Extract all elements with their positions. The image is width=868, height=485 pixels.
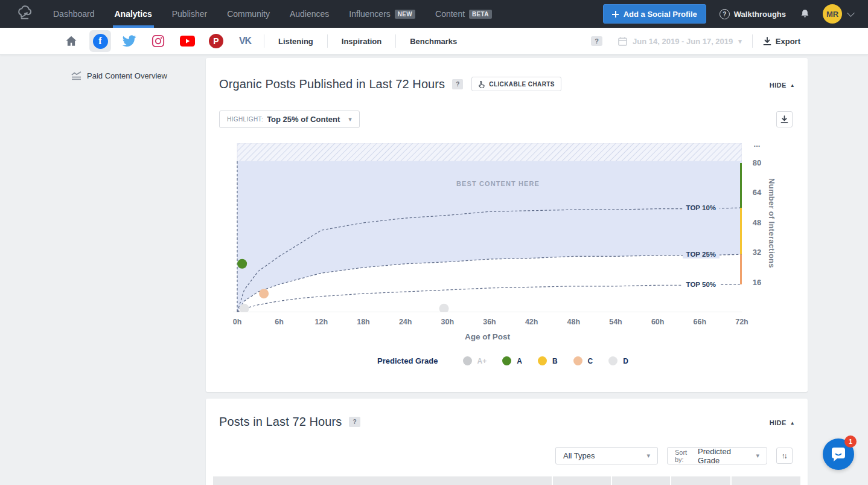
legend-item-a[interactable]: A: [502, 356, 522, 365]
help-badge[interactable]: ?: [591, 36, 602, 46]
legend-item-b[interactable]: B: [538, 356, 558, 365]
x-tick-label: 24h: [392, 318, 419, 326]
grade-legend: Predicted Grade A+ A B C D: [206, 356, 808, 365]
best-content-annotation: BEST CONTENT HERE: [438, 180, 558, 187]
top-50-label: TOP 50%: [683, 280, 720, 289]
x-tick-label: 54h: [602, 318, 629, 326]
date-range-value: Jun 14, 2019 - Jun 17, 2019: [633, 37, 733, 46]
nav-item-publisher[interactable]: Publisher: [172, 0, 207, 28]
twitter-channel-tab[interactable]: [115, 28, 144, 55]
divider: [752, 34, 753, 48]
grade-label: B: [552, 357, 558, 365]
nav-item-analytics[interactable]: Analytics: [115, 0, 152, 28]
top-navigation: Dashboard Analytics Publisher Community …: [0, 0, 868, 28]
grade-swatch: [538, 356, 547, 365]
pinterest-icon: P: [209, 34, 223, 48]
sort-by-value: Predicted Grade: [698, 447, 747, 465]
help-badge[interactable]: ?: [349, 417, 360, 427]
y-tick-label: 64: [747, 188, 767, 197]
table-header-row: [213, 477, 800, 485]
home-icon[interactable]: [57, 28, 86, 55]
table-header-cell: [671, 477, 730, 485]
nav-item-label: Influencers: [349, 9, 390, 19]
post-type-filter[interactable]: All Types ▾: [555, 447, 658, 464]
legend-item-c[interactable]: C: [573, 356, 593, 365]
highlight-dropdown[interactable]: HIGHLIGHT: Top 25% of Content ▾: [219, 111, 360, 128]
y-tick-label: 16: [747, 278, 767, 287]
caret-down-icon: ▾: [348, 115, 352, 123]
facebook-icon: f: [93, 34, 108, 49]
page-title: Organic Posts Published in Last 72 Hours: [219, 77, 445, 91]
grade-swatch: [573, 356, 582, 365]
grade-label: A+: [477, 357, 487, 365]
benchmark-chart: BEST CONTENT HERE TOP 10% TOP 25% TOP 50…: [206, 143, 808, 352]
caret-down-icon: ▾: [756, 452, 759, 460]
help-badge[interactable]: ?: [452, 79, 463, 89]
y-tick-label: 80: [747, 158, 767, 167]
highlight-value: Top 25% of Content: [267, 115, 340, 124]
hide-section-button[interactable]: HIDE ▲: [770, 419, 795, 426]
instagram-channel-tab[interactable]: [144, 28, 173, 55]
section-title: Posts in Last 72 Hours: [219, 415, 342, 429]
facebook-channel-tab[interactable]: f: [86, 28, 115, 55]
new-badge: NEW: [395, 10, 415, 19]
legend-item-d[interactable]: D: [608, 356, 628, 365]
highlight-label: HIGHLIGHT:: [227, 116, 263, 123]
download-chart-button[interactable]: [776, 111, 793, 127]
chart-svg[interactable]: [233, 143, 742, 312]
y-tick-label: ...: [747, 140, 767, 149]
grade-label: A: [517, 357, 522, 365]
chart-lines-icon: [71, 71, 81, 80]
grade-swatch: [463, 356, 472, 365]
app-logo-icon[interactable]: [14, 4, 35, 24]
hide-label: HIDE: [770, 419, 787, 426]
notifications-bell-icon[interactable]: [799, 8, 811, 20]
chat-unread-badge: 1: [844, 435, 857, 448]
x-tick-label: 6h: [266, 318, 293, 326]
legend-item-a-plus[interactable]: A+: [463, 356, 487, 365]
nav-item-dashboard[interactable]: Dashboard: [53, 0, 95, 28]
x-tick-label: 30h: [434, 318, 461, 326]
tab-inspiration[interactable]: Inspiration: [328, 37, 395, 46]
table-header-cell: [612, 477, 670, 485]
hand-pointer-icon: [478, 80, 485, 88]
date-range-picker[interactable]: Jun 14, 2019 - Jun 17, 2019 ▾: [618, 37, 742, 46]
sort-by-dropdown[interactable]: Sort by: Predicted Grade ▾: [667, 447, 767, 464]
analytics-toolbar: f P VK Listening Inspiration Benchmarks …: [0, 28, 868, 55]
tab-benchmarks[interactable]: Benchmarks: [396, 37, 471, 46]
chat-bubble-icon: [830, 446, 847, 462]
vk-channel-tab[interactable]: VK: [231, 28, 260, 55]
calendar-icon: [618, 37, 627, 46]
table-header-cell: [553, 477, 611, 485]
pinterest-channel-tab[interactable]: P: [202, 28, 231, 55]
walkthroughs-button[interactable]: ? Walkthroughs: [720, 9, 786, 19]
chevron-down-icon: [847, 9, 855, 17]
organic-posts-card: Organic Posts Published in Last 72 Hours…: [206, 58, 808, 392]
x-tick-label: 36h: [476, 318, 503, 326]
hide-section-button[interactable]: HIDE ▲: [770, 82, 795, 89]
walkthroughs-label: Walkthroughs: [734, 10, 786, 19]
clickable-charts-button[interactable]: CLICKABLE CHARTS: [471, 77, 561, 91]
nav-item-label: Content: [435, 9, 465, 19]
tab-listening[interactable]: Listening: [264, 37, 327, 46]
nav-item-audiences[interactable]: Audiences: [290, 0, 329, 28]
x-tick-label: 18h: [350, 318, 377, 326]
youtube-channel-tab[interactable]: [173, 28, 202, 55]
sort-direction-button[interactable]: ↑↓: [776, 448, 793, 464]
x-tick-label: 42h: [519, 318, 545, 326]
caret-down-icon: ▾: [646, 452, 650, 460]
table-header-cell: [732, 477, 800, 485]
user-menu[interactable]: MR: [823, 4, 854, 24]
sort-arrows-icon: ↑↓: [782, 452, 787, 460]
export-label: Export: [776, 37, 800, 46]
nav-item-influencers[interactable]: Influencers NEW: [349, 0, 415, 28]
x-tick-label: 12h: [308, 318, 334, 326]
nav-item-community[interactable]: Community: [227, 0, 270, 28]
sidebar-item-paid-content-overview[interactable]: Paid Content Overview: [71, 71, 167, 80]
caret-down-icon: ▾: [738, 37, 742, 45]
x-tick-label: 66h: [686, 318, 713, 326]
export-button[interactable]: Export: [763, 37, 800, 46]
add-social-profile-button[interactable]: Add a Social Profile: [603, 4, 706, 24]
table-header-cell: [213, 477, 552, 485]
nav-item-content[interactable]: Content BETA: [435, 0, 492, 28]
